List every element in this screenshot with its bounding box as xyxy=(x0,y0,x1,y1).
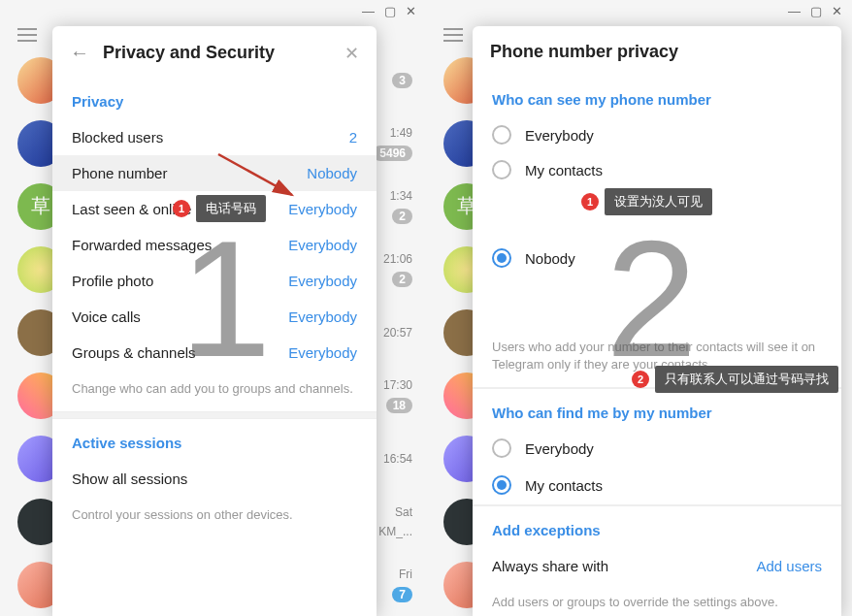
groups-channels-row[interactable]: Groups & channelsEverybody xyxy=(52,335,377,371)
voice-calls-row[interactable]: Voice callsEverybody xyxy=(52,299,377,335)
window-titlebar: — ▢ ✕ xyxy=(426,0,852,21)
always-share-row[interactable]: Always share withAdd users xyxy=(473,548,841,584)
add-exceptions-label: Add exceptions xyxy=(473,506,841,548)
option-find-everybody[interactable]: Everybody xyxy=(473,431,841,466)
menu-icon[interactable] xyxy=(17,28,37,42)
phone-number-row[interactable]: Phone numberNobody xyxy=(52,155,377,191)
option-my-contacts[interactable]: My contacts xyxy=(473,152,841,187)
right-panel: — ▢ ✕ 3 1:495496 草1:342 21:062 20:57 17:… xyxy=(426,0,852,616)
minimize-icon[interactable]: — xyxy=(788,4,801,18)
minimize-icon[interactable]: — xyxy=(362,4,375,18)
menu-icon[interactable] xyxy=(443,28,463,42)
profile-photo-row[interactable]: Profile photoEverybody xyxy=(52,263,377,299)
option-everybody[interactable]: Everybody xyxy=(473,117,841,152)
option-find-my-contacts[interactable]: My contacts xyxy=(473,466,841,504)
option-nobody[interactable]: Nobody xyxy=(473,187,841,329)
blocked-users-row[interactable]: Blocked users2 xyxy=(52,119,377,155)
sessions-section-label: Active sessions xyxy=(52,419,377,461)
close-icon[interactable]: ✕ xyxy=(832,4,842,18)
left-panel: — ▢ ✕ 3 1:495496 草1:342 21:062 20:57 17:… xyxy=(0,0,426,616)
sessions-helper: Control your sessions on other devices. xyxy=(52,497,377,537)
modal-title: Privacy and Security xyxy=(103,43,331,63)
maximize-icon[interactable]: ▢ xyxy=(384,4,396,18)
modal-title: Phone number privacy xyxy=(490,42,824,62)
window-titlebar: — ▢ ✕ xyxy=(0,0,426,21)
last-seen-row[interactable]: Last seen & onlineEverybody xyxy=(52,191,377,227)
forwarded-messages-row[interactable]: Forwarded messagesEverybody xyxy=(52,227,377,263)
maximize-icon[interactable]: ▢ xyxy=(810,4,822,18)
back-arrow-icon[interactable]: ← xyxy=(70,42,89,64)
close-icon[interactable]: ✕ xyxy=(406,4,416,18)
see-number-helper: Users who add your number to their conta… xyxy=(473,329,841,387)
privacy-settings-modal: ← Privacy and Security ✕ Privacy Blocked… xyxy=(52,26,377,616)
exceptions-helper: Add users or groups to override the sett… xyxy=(473,584,841,616)
privacy-helper: Change who can add you to groups and cha… xyxy=(52,371,377,411)
privacy-section-label: Privacy xyxy=(52,78,377,119)
phone-privacy-modal: Phone number privacy Who can see my phon… xyxy=(473,26,841,616)
close-icon[interactable]: ✕ xyxy=(344,43,359,64)
see-number-label: Who can see my phone number xyxy=(473,76,841,117)
find-by-number-label: Who can find me by my number xyxy=(473,389,841,431)
show-all-sessions-row[interactable]: Show all sessions xyxy=(52,461,377,497)
